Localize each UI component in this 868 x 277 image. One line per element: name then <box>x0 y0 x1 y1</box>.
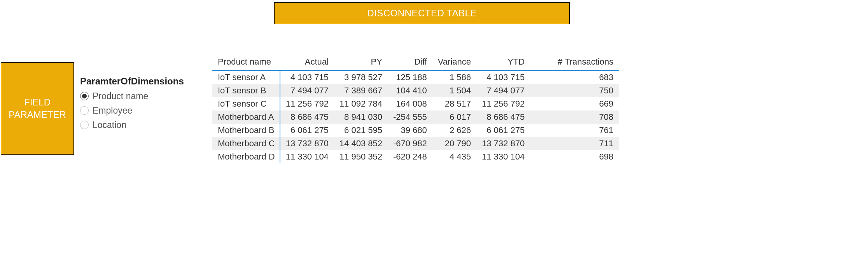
banner-field-parameter: FIELD PARAMETER <box>1 62 74 155</box>
cell-ytd: 13 732 870 <box>476 137 530 150</box>
cell-diff: -670 982 <box>388 137 432 150</box>
cell-diff: 39 680 <box>388 124 432 137</box>
table-row[interactable]: Motherboard D 11 330 104 11 950 352 -620… <box>212 150 619 163</box>
cell-py: 6 021 595 <box>334 124 388 137</box>
cell-txn: 698 <box>530 150 619 163</box>
cell-variance: 28 517 <box>432 97 476 110</box>
table-row[interactable]: IoT sensor A 4 103 715 3 978 527 125 188… <box>212 70 619 84</box>
table-row[interactable]: IoT sensor C 11 256 792 11 092 784 164 0… <box>212 97 619 110</box>
table-row[interactable]: Motherboard C 13 732 870 14 403 852 -670… <box>212 137 619 150</box>
matrix-table: Product name Actual PY Diff Variance YTD… <box>212 54 619 163</box>
radio-unselected-icon <box>80 106 89 115</box>
cell-actual: 7 494 077 <box>280 84 334 97</box>
cell-variance: 4 435 <box>432 150 476 163</box>
slicer-title: ParamterOfDimensions <box>80 76 197 87</box>
cell-txn: 750 <box>530 84 619 97</box>
cell-txn: 683 <box>530 70 619 84</box>
cell-txn: 761 <box>530 124 619 137</box>
cell-py: 11 092 784 <box>334 97 388 110</box>
cell-py: 8 941 030 <box>334 110 388 124</box>
slicer-option-label: Product name <box>93 89 148 103</box>
cell-diff: 104 410 <box>388 84 432 97</box>
col-header-ytd[interactable]: YTD <box>476 54 530 70</box>
slicer-option-location[interactable]: Location <box>80 118 197 132</box>
cell-row-header: Motherboard C <box>212 137 280 150</box>
cell-ytd: 11 256 792 <box>476 97 530 110</box>
slicer-option-label: Employee <box>93 103 132 118</box>
cell-row-header: Motherboard D <box>212 150 280 163</box>
cell-ytd: 7 494 077 <box>476 84 530 97</box>
table-row[interactable]: IoT sensor B 7 494 077 7 389 667 104 410… <box>212 84 619 97</box>
cell-diff: 164 008 <box>388 97 432 110</box>
table-row[interactable]: Motherboard A 8 686 475 8 941 030 -254 5… <box>212 110 619 124</box>
cell-txn: 669 <box>530 97 619 110</box>
cell-row-header: IoT sensor B <box>212 84 280 97</box>
cell-actual: 13 732 870 <box>280 137 334 150</box>
canvas: DISCONNECTED TABLE FIELD PARAMETER Param… <box>0 0 868 277</box>
cell-actual: 11 330 104 <box>280 150 334 163</box>
cell-diff: -254 555 <box>388 110 432 124</box>
cell-txn: 711 <box>530 137 619 150</box>
cell-diff: -620 248 <box>388 150 432 163</box>
radio-selected-icon <box>80 92 89 100</box>
cell-actual: 6 061 275 <box>280 124 334 137</box>
cell-variance: 1 586 <box>432 70 476 84</box>
cell-row-header: IoT sensor C <box>212 97 280 110</box>
col-header-actual[interactable]: Actual <box>280 54 334 70</box>
matrix-visual[interactable]: Product name Actual PY Diff Variance YTD… <box>212 54 619 163</box>
col-header-diff[interactable]: Diff <box>388 54 432 70</box>
cell-row-header: Motherboard A <box>212 110 280 124</box>
cell-variance: 6 017 <box>432 110 476 124</box>
banner-disconnected-table: DISCONNECTED TABLE <box>274 2 570 24</box>
cell-variance: 20 790 <box>432 137 476 150</box>
cell-actual: 4 103 715 <box>280 70 334 84</box>
col-header-product-name[interactable]: Product name <box>212 54 280 70</box>
cell-py: 7 389 667 <box>334 84 388 97</box>
col-header-py[interactable]: PY <box>334 54 388 70</box>
cell-ytd: 6 061 275 <box>476 124 530 137</box>
cell-variance: 2 626 <box>432 124 476 137</box>
slicer-option-product-name[interactable]: Product name <box>80 89 197 103</box>
cell-py: 14 403 852 <box>334 137 388 150</box>
cell-diff: 125 188 <box>388 70 432 84</box>
cell-row-header: IoT sensor A <box>212 70 280 84</box>
table-row[interactable]: Motherboard B 6 061 275 6 021 595 39 680… <box>212 124 619 137</box>
cell-ytd: 11 330 104 <box>476 150 530 163</box>
matrix-header-row: Product name Actual PY Diff Variance YTD… <box>212 54 619 70</box>
cell-actual: 8 686 475 <box>280 110 334 124</box>
cell-ytd: 8 686 475 <box>476 110 530 124</box>
cell-row-header: Motherboard B <box>212 124 280 137</box>
cell-py: 11 950 352 <box>334 150 388 163</box>
slicer-option-label: Location <box>93 118 126 132</box>
cell-actual: 11 256 792 <box>280 97 334 110</box>
slicer-option-employee[interactable]: Employee <box>80 103 197 118</box>
cell-txn: 708 <box>530 110 619 124</box>
col-header-variance[interactable]: Variance <box>432 54 476 70</box>
slicer-parameter-of-dimensions: ParamterOfDimensions Product name Employ… <box>80 76 197 132</box>
radio-unselected-icon <box>80 121 89 129</box>
cell-ytd: 4 103 715 <box>476 70 530 84</box>
cell-variance: 1 504 <box>432 84 476 97</box>
cell-py: 3 978 527 <box>334 70 388 84</box>
col-header-transactions[interactable]: # Transactions <box>530 54 619 70</box>
